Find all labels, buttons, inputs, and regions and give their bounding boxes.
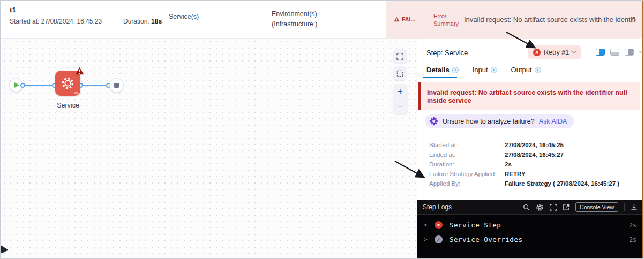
log-row-service-step[interactable]: > × Service Step 2s <box>417 218 643 232</box>
detail-label: Started at: <box>429 142 505 149</box>
environments-label: Environment(s) (Infrastructure:) <box>272 9 317 29</box>
execution-header: t1 Started at: 27/08/2024, 16:45:23 Dura… <box>1 1 643 39</box>
duration-value: 18s <box>151 18 162 25</box>
pipeline-execution-window: t1 Started at: 27/08/2024, 16:45:23 Dura… <box>0 0 644 259</box>
log-row-duration: 2s <box>629 236 636 243</box>
service-node-label: Service <box>42 102 94 109</box>
pipeline-name: t1 <box>10 6 16 14</box>
play-icon <box>14 82 19 88</box>
step-logs-console: Step Logs Console View <box>417 200 643 258</box>
error-summary-message: Invalid request: No artifact source exis… <box>464 16 636 24</box>
detail-tabs: Details i Input i Output i <box>426 66 541 74</box>
failed-status-icon: × <box>435 221 443 229</box>
template-code-mark: </> <box>74 91 78 95</box>
detail-value: Failure Strategy ( 27/08/2024, 16:45:27 … <box>505 180 619 187</box>
retry-attempt-dropdown[interactable]: × Retry #1 <box>528 45 581 59</box>
detail-value: RETRY <box>505 171 619 178</box>
step-error-banner: Invalid request: No artifact source exis… <box>418 82 640 110</box>
warning-triangle-icon <box>394 17 400 22</box>
zoom-in-button[interactable]: + <box>398 87 402 96</box>
log-row-duration: 2s <box>629 222 636 229</box>
detail-value: 27/08/2024, 16:45:25 <box>505 142 619 149</box>
aida-icon <box>429 117 438 126</box>
console-view-button[interactable]: Console View <box>575 202 618 212</box>
info-icon: i <box>535 67 541 73</box>
detail-label: Duration: <box>429 161 505 168</box>
log-open-new-tab-button[interactable] <box>563 204 570 211</box>
aida-suggestion-pill: Unsure how to analyze failure? Ask AIDA <box>425 114 574 128</box>
fullscreen-icon <box>396 53 403 60</box>
layout-bottom-view-button[interactable] <box>610 49 619 56</box>
success-status-icon: ✓ <box>435 235 443 243</box>
service-step-node[interactable]: </> <box>55 71 80 96</box>
duration-text: Duration: 18s <box>123 18 162 25</box>
pipeline-end-node <box>109 78 124 93</box>
error-summary-label: Error Summary <box>433 12 463 27</box>
expand-chevron-icon[interactable]: > <box>424 236 428 243</box>
detail-value: 2s <box>505 161 619 168</box>
retry-label: Retry #1 <box>544 49 569 56</box>
step-logs-header: Step Logs Console View <box>417 200 643 215</box>
marquee-select-icon <box>396 70 403 77</box>
log-row-name: Service Step <box>450 221 501 229</box>
header-divider <box>160 5 160 33</box>
panel-title: Step: Service <box>426 49 468 57</box>
environments-text: Environment(s) <box>272 9 317 19</box>
external-link-icon <box>563 204 570 211</box>
tab-output[interactable]: Output i <box>511 66 541 74</box>
aida-question-text: Unsure how to analyze failure? <box>443 118 535 125</box>
node-failed-warning-icon <box>75 67 84 77</box>
zoom-out-button[interactable]: − <box>398 102 402 111</box>
retry-failed-icon: × <box>533 49 541 56</box>
cursor-pointer-artifact <box>0 244 9 254</box>
tab-details[interactable]: Details i <box>426 66 459 74</box>
pipeline-graph-canvas[interactable]: </> Service + − <box>1 39 417 258</box>
log-row-name: Service Overrides <box>450 235 522 243</box>
failed-badge-text: FAI... <box>402 16 415 22</box>
canvas-zoom-controls: + − <box>393 84 408 114</box>
detail-value: 27/08/2024, 16:45:27 <box>505 151 619 158</box>
stop-icon <box>114 83 119 88</box>
detail-label: Applied By: <box>429 180 505 187</box>
step-logs-title: Step Logs <box>423 203 452 211</box>
info-icon: i <box>491 67 497 73</box>
log-search-button[interactable] <box>523 204 530 211</box>
expand-chevron-icon[interactable]: > <box>424 222 428 228</box>
ask-aida-link[interactable]: Ask AIDA <box>539 118 567 125</box>
search-icon <box>523 204 530 211</box>
failed-status-badge: FAI... <box>394 16 415 22</box>
detail-label: Ended at: <box>429 151 505 158</box>
window-edge-accent <box>642 1 643 258</box>
log-row-list: > × Service Step 2s > ✓ Service Override… <box>417 215 643 247</box>
detail-label: Failure Strategy Applied: <box>429 171 505 178</box>
services-label: Service(s) <box>169 13 199 20</box>
canvas-select-button[interactable] <box>393 66 407 80</box>
log-fullscreen-button[interactable] <box>550 204 557 211</box>
active-tab-underline <box>423 77 457 78</box>
tab-input[interactable]: Input i <box>473 66 497 74</box>
layout-split-view-button[interactable] <box>596 49 605 56</box>
started-at-text: Started at: 27/08/2024, 16:45:23 <box>10 18 102 25</box>
step-details-panel: Step: Service × Retry #1 — Details i Inp… <box>417 39 643 258</box>
connector-port <box>20 83 25 88</box>
chevron-down-icon <box>572 48 577 54</box>
panel-layout-toggles: — <box>596 48 644 56</box>
log-download-button[interactable] <box>631 204 638 211</box>
gear-icon <box>61 76 75 90</box>
log-row-service-overrides[interactable]: > ✓ Service Overrides 2s <box>417 232 643 247</box>
tab-input-label: Input <box>473 66 488 74</box>
tab-output-label: Output <box>511 66 532 74</box>
fullscreen-icon <box>550 204 557 211</box>
info-icon: i <box>452 67 459 73</box>
log-settings-button[interactable] <box>536 203 544 211</box>
infrastructure-text: (Infrastructure:) <box>272 19 317 29</box>
download-icon <box>631 204 638 211</box>
toolbar-separator <box>624 203 625 211</box>
duration-label: Duration: <box>123 18 149 25</box>
canvas-fullscreen-button[interactable] <box>393 49 407 63</box>
layout-right-view-button[interactable] <box>625 49 634 56</box>
gear-icon <box>536 203 544 211</box>
step-detail-fields: Started at: 27/08/2024, 16:45:25 Ended a… <box>429 142 619 187</box>
tab-details-label: Details <box>426 66 450 74</box>
